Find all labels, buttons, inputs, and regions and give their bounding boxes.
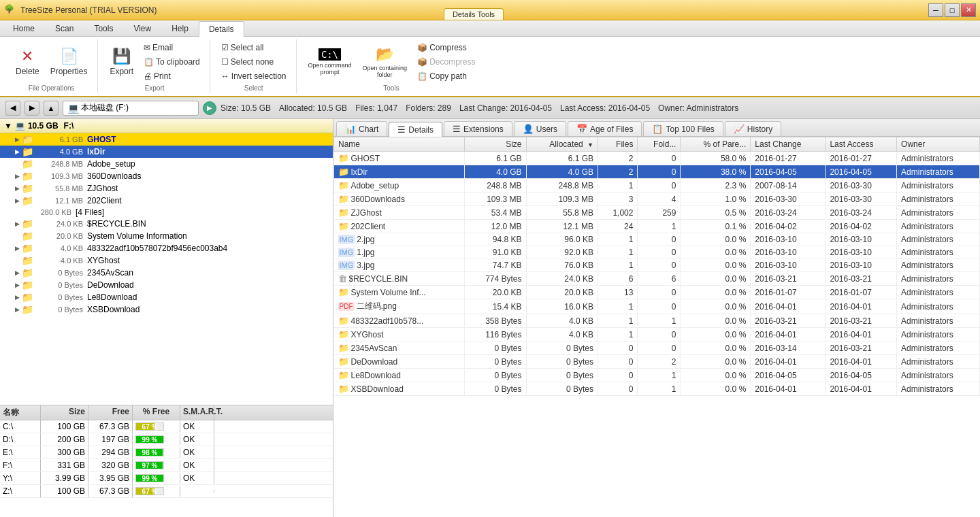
tree-item-xsb[interactable]: ▶ 📁 0 Bytes XSBDownload	[0, 303, 333, 316]
table-row[interactable]: 📁483322adf10b578... 358 Bytes 4.0 KB 1 1…	[334, 314, 980, 328]
tree-item-360[interactable]: ▶ 📁 109.3 MB 360Downloads	[0, 170, 333, 182]
tree-item-le8[interactable]: ▶ 📁 0 Bytes Le8Download	[0, 291, 333, 303]
clipboard-button[interactable]: 📋 To clipboard	[140, 55, 204, 69]
ribbon-tab-view[interactable]: View	[123, 20, 161, 36]
properties-button[interactable]: 📄 Properties	[46, 45, 93, 79]
cell-owner: Administrators	[897, 341, 980, 355]
table-row[interactable]: IMG1.jpg 91.0 KB 92.0 KB 1 0 0.0 % 2016-…	[334, 246, 980, 259]
table-row[interactable]: IMG2.jpg 94.8 KB 96.0 KB 1 0 0.0 % 2016-…	[334, 233, 980, 246]
ribbon-tab-help[interactable]: Help	[161, 20, 199, 36]
tab-extensions[interactable]: ☰ Extensions	[444, 121, 512, 136]
tab-details[interactable]: ☰ Details	[389, 122, 442, 137]
tree-item-sysvolinfo[interactable]: 📁 20.0 KB System Volume Information	[0, 230, 333, 242]
drive-free: 67.3 GB	[88, 485, 133, 497]
tree-item-483322[interactable]: ▶ 📁 4.0 KB 483322adf10b578072bf9456ec003…	[0, 242, 333, 254]
tree-item-ixdir[interactable]: ▶ 📁 4.0 GB IxDir	[0, 146, 333, 158]
tree-item-adobe[interactable]: 📁 248.8 MB Adobe_setup	[0, 158, 333, 170]
details-table[interactable]: Name Size Allocated ▼ Files Fold... % of…	[333, 137, 980, 517]
cell-allocated: 0 Bytes	[526, 369, 598, 382]
table-row[interactable]: 📁System Volume Inf... 20.0 KB 20.0 KB 13…	[334, 286, 980, 299]
tab-history[interactable]: 📈 History	[725, 121, 781, 136]
copy-path-button[interactable]: 📋 Copy path	[413, 69, 479, 83]
cmd-prompt-button[interactable]: C:\ Open commandprompt	[304, 46, 357, 78]
forward-button[interactable]: ▶	[24, 101, 39, 116]
tree-item-202client[interactable]: ▶ 📁 12.1 MB 202Client	[0, 195, 333, 207]
tree-folder-icon-xsb: 📁	[22, 304, 33, 315]
table-row[interactable]: 📁2345AvScan 0 Bytes 0 Bytes 0 0 0.0 % 20…	[334, 341, 980, 355]
table-row[interactable]: 🗑$RECYCLE.BIN 774 Bytes 24.0 KB 6 6 0.0 …	[334, 272, 980, 286]
drive-row[interactable]: E:\ 300 GB 294 GB 98 % OK	[0, 446, 333, 459]
back-button[interactable]: ◀	[5, 101, 20, 116]
drive-row[interactable]: C:\ 100 GB 67.3 GB 67 % OK	[0, 420, 333, 433]
table-row[interactable]: 📁GHOST 6.1 GB 6.1 GB 2 0 58.0 % 2016-01-…	[334, 152, 980, 165]
tree-item-2345[interactable]: ▶ 📁 0 Bytes 2345AvScan	[0, 267, 333, 279]
select-none-button[interactable]: ☐ Select none	[217, 55, 291, 69]
table-row[interactable]: 📁XYGhost 116 Bytes 4.0 KB 1 0 0.0 % 2016…	[334, 328, 980, 341]
tree-item-recycle[interactable]: ▶ 📁 24.0 KB $RECYCLE.BIN	[0, 218, 333, 230]
table-row[interactable]: 📁ZJGhost 53.4 MB 55.8 MB 1,002 259 0.5 %…	[334, 206, 980, 220]
drive-row[interactable]: Z:\ 100 GB 67.3 GB 67 %	[0, 485, 333, 498]
ribbon-tab-tools[interactable]: Tools	[84, 20, 123, 36]
minimize-button[interactable]: ─	[928, 3, 943, 17]
ribbon-tab-details[interactable]: Details	[199, 21, 244, 37]
cell-pct: 0.0 %	[681, 286, 751, 299]
refresh-button[interactable]: ▶	[203, 101, 216, 115]
tab-chart[interactable]: 📊 Chart	[336, 121, 387, 136]
drive-row[interactable]: F:\ 331 GB 320 GB 97 % OK	[0, 459, 333, 472]
tree-item-ghost[interactable]: ▶ 📁 6.1 GB GHOST	[0, 133, 333, 146]
col-lastchange[interactable]: Last Change	[751, 137, 826, 152]
folders-label: Folders:	[406, 103, 438, 113]
tab-age-of-files[interactable]: 📅 Age of Files	[568, 121, 642, 136]
cell-name: IMG2.jpg	[334, 233, 465, 246]
table-row[interactable]: 📁Adobe_setup 248.8 MB 248.8 MB 1 0 2.3 %…	[334, 179, 980, 193]
delete-button[interactable]: ✕ Delete	[11, 45, 44, 79]
tab-users[interactable]: 👤 Users	[514, 121, 566, 136]
tree-item-dedownload[interactable]: ▶ 📁 0 Bytes DeDownload	[0, 279, 333, 291]
tree-container[interactable]: ▶ 📁 6.1 GB GHOST ▶ 📁 4.0 GB IxDir 📁 248.…	[0, 133, 333, 405]
context-tab-details-tools[interactable]: Details Tools	[444, 8, 504, 20]
tree-item-xyghost[interactable]: 📁 4.0 KB XYGhost	[0, 254, 333, 267]
print-button[interactable]: 🖨 Print	[140, 69, 204, 83]
col-pct[interactable]: % of Pare...	[681, 137, 751, 152]
table-row[interactable]: PDF二维码.png 15.4 KB 16.0 KB 1 0 0.0 % 201…	[334, 299, 980, 314]
drive-row[interactable]: Y:\ 3.99 GB 3.95 GB 99 % OK	[0, 472, 333, 485]
ribbon-tab-home[interactable]: Home	[3, 20, 45, 36]
tab-top100-label: Top 100 Files	[666, 124, 714, 134]
table-row[interactable]: 📁Le8Download 0 Bytes 0 Bytes 0 1 0.0 % 2…	[334, 369, 980, 382]
owner-label: Owner:	[658, 103, 686, 113]
maximize-button[interactable]: □	[945, 3, 960, 17]
cell-lastchange: 2016-03-10	[751, 259, 826, 272]
tab-top100[interactable]: 📋 Top 100 Files	[643, 121, 723, 136]
up-button[interactable]: ▲	[44, 101, 59, 116]
col-allocated[interactable]: Allocated ▼	[526, 137, 598, 152]
file-name: 2.jpg	[357, 235, 374, 244]
col-folders[interactable]: Fold...	[638, 137, 681, 152]
close-button[interactable]: ✕	[961, 3, 976, 17]
tree-item-zjghost[interactable]: ▶ 📁 55.8 MB ZJGhost	[0, 182, 333, 195]
col-files[interactable]: Files	[598, 137, 637, 152]
table-row[interactable]: 📁DeDownload 0 Bytes 0 Bytes 0 2 0.0 % 20…	[334, 355, 980, 369]
cell-files: 1	[598, 259, 637, 272]
col-owner[interactable]: Owner	[897, 137, 980, 152]
col-size[interactable]: Size	[465, 137, 526, 152]
col-name[interactable]: Name	[334, 137, 465, 152]
select-all-button[interactable]: ☑ Select all	[217, 41, 291, 54]
decompress-button[interactable]: 📦 Decompress	[413, 55, 479, 69]
ribbon-tab-scan[interactable]: Scan	[45, 20, 84, 36]
drive-smart: OK	[180, 420, 214, 433]
compress-button[interactable]: 📦 Compress	[413, 41, 479, 54]
table-row[interactable]: 📁IxDir 4.0 GB 4.0 GB 2 0 38.0 % 2016-04-…	[334, 165, 980, 179]
table-row[interactable]: IMG3.jpg 74.7 KB 76.0 KB 1 0 0.0 % 2016-…	[334, 259, 980, 272]
col-lastaccess[interactable]: Last Access	[826, 137, 897, 152]
email-button[interactable]: ✉ Email	[140, 41, 204, 54]
address-box[interactable]: 💻 本地磁盘 (F:)	[63, 101, 199, 116]
drive-row[interactable]: D:\ 200 GB 197 GB 99 % OK	[0, 433, 333, 446]
table-row[interactable]: 📁360Downloads 109.3 MB 109.3 MB 3 4 1.0 …	[334, 193, 980, 206]
open-folder-button[interactable]: 📂 Open containingfolder	[358, 43, 412, 81]
tree-item-4files[interactable]: 280.0 KB [4 Files]	[0, 207, 333, 218]
print-icon: 🖨	[144, 71, 152, 81]
table-row[interactable]: 📁XSBDownload 0 Bytes 0 Bytes 0 1 0.0 % 2…	[334, 382, 980, 396]
table-row[interactable]: 📁202Client 12.0 MB 12.1 MB 24 1 0.1 % 20…	[334, 220, 980, 233]
invert-selection-button[interactable]: ↔ Invert selection	[217, 69, 291, 83]
export-button[interactable]: 💾 Export	[105, 45, 138, 79]
